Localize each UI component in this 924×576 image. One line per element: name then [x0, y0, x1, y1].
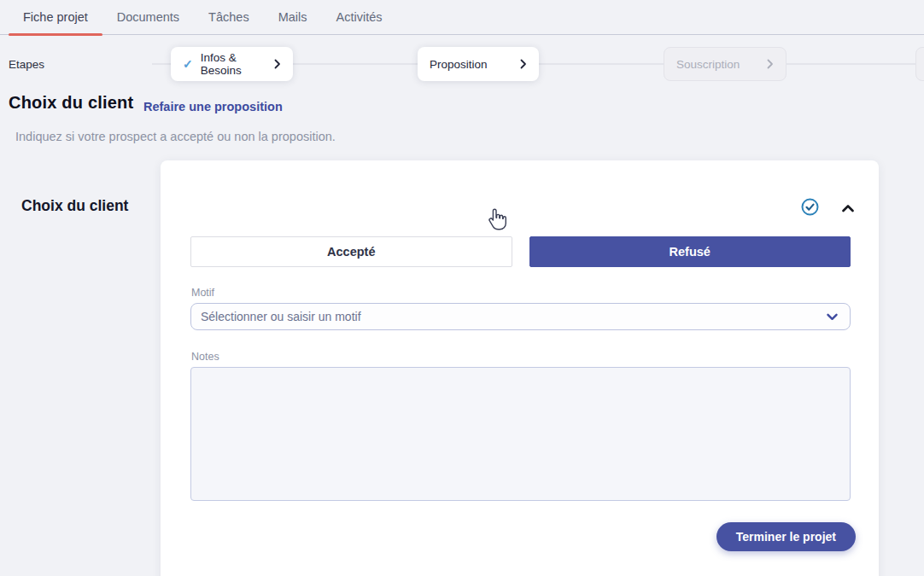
client-choice-toggle: Accepté Refusé [190, 236, 851, 267]
project-tabbar: Fiche projet Documents Tâches Mails Acti… [0, 0, 924, 35]
card-header-actions [801, 198, 854, 219]
chevron-right-icon [767, 59, 774, 69]
page-subtitle: Indiquez si votre prospect a accepté ou … [15, 130, 336, 143]
motif-label: Motif [191, 287, 214, 299]
step-infos-besoins[interactable]: ✓ Infos & Besoins [171, 47, 293, 81]
chevron-right-icon [520, 59, 527, 69]
motif-select[interactable] [190, 303, 851, 330]
project-page: Fiche projet Documents Tâches Mails Acti… [0, 0, 924, 576]
chevron-right-icon [274, 59, 281, 69]
accepted-button[interactable]: Accepté [190, 236, 512, 267]
step-souscription: Souscription [664, 47, 787, 81]
tab-documents[interactable]: Documents [102, 0, 194, 34]
notes-textarea[interactable] [190, 367, 851, 501]
step-label: Souscription [676, 58, 740, 71]
step-done-check-icon: ✓ [183, 57, 193, 71]
tab-activites[interactable]: Activités [322, 0, 397, 34]
tab-mails[interactable]: Mails [264, 0, 322, 34]
step-proposition[interactable]: Proposition [418, 47, 539, 81]
step-label: Proposition [430, 58, 488, 71]
collapse-card-button[interactable] [842, 205, 854, 212]
card-title: Choix du client [21, 197, 128, 215]
chevron-down-icon [827, 309, 838, 324]
page-title: Choix du client [9, 93, 133, 113]
tab-fiche-projet[interactable]: Fiche projet [9, 0, 102, 34]
check-circle-icon [801, 198, 819, 219]
redo-proposition-link[interactable]: Refaire une proposition [143, 100, 283, 113]
tab-taches[interactable]: Tâches [194, 0, 264, 34]
finish-project-button[interactable]: Terminer le projet [716, 522, 856, 551]
step-next-partial: T [915, 47, 924, 81]
step-label: Infos & Besoins [201, 51, 274, 77]
notes-label: Notes [191, 351, 219, 363]
refused-button[interactable]: Refusé [529, 236, 851, 267]
motif-input[interactable] [201, 310, 827, 323]
stepper-label: Etapes [9, 58, 44, 71]
